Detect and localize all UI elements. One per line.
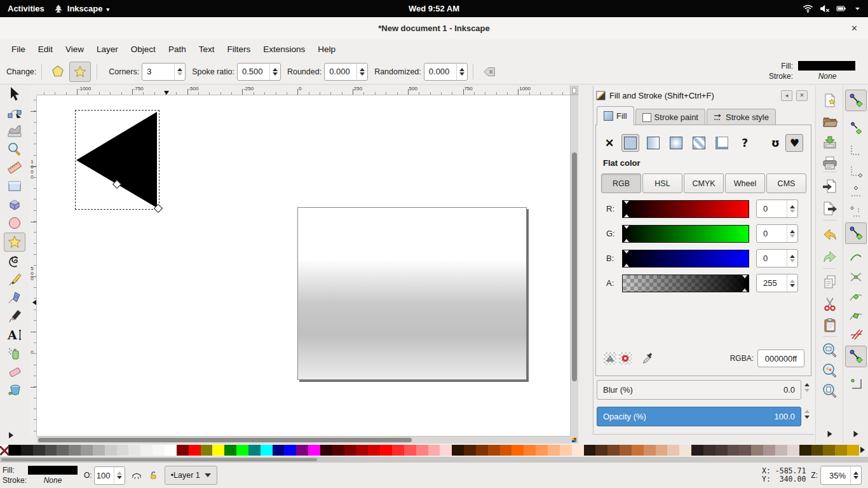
palette-swatch[interactable]: [476, 445, 488, 456]
palette-scrollbar-thumb[interactable]: [1, 458, 317, 461]
palette-swatch[interactable]: [847, 445, 859, 456]
star-tool[interactable]: [4, 233, 25, 252]
spin-down-icon[interactable]: [177, 72, 182, 76]
alpha-spinbox[interactable]: 255: [756, 274, 798, 292]
palette-swatch[interactable]: [440, 445, 452, 456]
fill-rule-evenodd-button[interactable]: ʊ: [766, 134, 784, 152]
spin-down-icon[interactable]: [459, 72, 465, 76]
pencil-tool[interactable]: [4, 271, 25, 288]
spin-down-icon[interactable]: [790, 284, 795, 287]
calligraphy-tool[interactable]: [4, 308, 25, 325]
horizontal-scrollbar[interactable]: [37, 436, 570, 444]
palette-swatch[interactable]: [201, 445, 213, 456]
style-swatch-area[interactable]: Fill: Stroke: None: [3, 466, 78, 485]
palette-swatch[interactable]: [632, 445, 644, 456]
palette-swatch[interactable]: [524, 445, 536, 456]
menu-file[interactable]: File: [5, 41, 32, 57]
palette-swatch[interactable]: [595, 445, 607, 456]
palette-swatch[interactable]: [33, 445, 45, 456]
blue-spinbox[interactable]: 0: [756, 249, 798, 268]
snap-path-intersections-button[interactable]: [846, 268, 865, 287]
palette-swatch[interactable]: [560, 445, 572, 456]
palette-swatch[interactable]: [703, 445, 715, 456]
snap-page-border-button[interactable]: [846, 374, 865, 393]
canvas[interactable]: [37, 95, 570, 436]
open-document-button[interactable]: [820, 112, 839, 131]
snap-bbox-centers-button[interactable]: [846, 182, 865, 201]
green-slider[interactable]: [622, 225, 749, 243]
palette-swatch[interactable]: [835, 445, 847, 456]
palette-swatch[interactable]: [140, 445, 153, 456]
save-document-button[interactable]: [820, 133, 839, 152]
palette-scroll-right-icon[interactable]: [860, 447, 865, 453]
palette-swatch[interactable]: [416, 445, 428, 456]
menu-layer[interactable]: Layer: [90, 41, 125, 57]
spin-up-icon[interactable]: [177, 68, 182, 71]
spin-down-icon[interactable]: [804, 389, 810, 392]
palette-swatch[interactable]: [212, 445, 224, 456]
stroke-value[interactable]: None: [798, 72, 857, 81]
green-spinbox[interactable]: 0: [756, 224, 798, 243]
horizontal-scrollbar-thumb[interactable]: [38, 438, 412, 442]
palette-swatch[interactable]: [667, 445, 679, 456]
reset-defaults-button[interactable]: [481, 64, 498, 80]
layer-lock-icon[interactable]: [148, 470, 158, 480]
palette-swatch[interactable]: [165, 445, 177, 456]
menu-help[interactable]: Help: [311, 41, 342, 57]
spin-up-icon[interactable]: [790, 205, 795, 208]
no-paint-button[interactable]: ✕: [605, 137, 614, 150]
palette-swatch[interactable]: [9, 445, 21, 456]
text-tool[interactable]: A: [4, 326, 25, 344]
palette-swatch[interactable]: [57, 445, 69, 456]
snap-bbox-corners-button[interactable]: [846, 140, 865, 159]
spin-up-icon[interactable]: [804, 410, 810, 413]
spin-up-icon[interactable]: [790, 280, 795, 283]
unknown-paint-button[interactable]: ?: [736, 134, 754, 152]
red-slider[interactable]: [622, 200, 749, 218]
sticky-zoom-button[interactable]: [570, 86, 578, 95]
palette-swatch[interactable]: [763, 445, 775, 456]
randomized-spinbox[interactable]: 0.000: [424, 63, 468, 81]
palette-swatch[interactable]: [536, 445, 548, 456]
zoom-tool[interactable]: [4, 140, 25, 158]
snap-expand-icon[interactable]: [854, 431, 858, 437]
flat-color-button[interactable]: [621, 134, 639, 152]
menu-path[interactable]: Path: [162, 41, 193, 57]
palette-swatch[interactable]: [248, 445, 261, 456]
blur-control[interactable]: Blur (%) 0.0: [597, 380, 801, 400]
palette-swatch[interactable]: [607, 445, 620, 456]
zoom-page-button[interactable]: [820, 381, 839, 400]
tab-stroke-style[interactable]: Stroke style: [707, 109, 776, 125]
palette-scrollbar[interactable]: [0, 457, 868, 463]
palette-swatch[interactable]: [392, 445, 404, 456]
spiral-tool[interactable]: [4, 252, 25, 270]
palette-swatch[interactable]: [512, 445, 524, 456]
ellipse-tool[interactable]: [4, 214, 25, 232]
palette-swatch[interactable]: [464, 445, 476, 456]
corners-spinbox[interactable]: 3: [142, 63, 186, 81]
rectangle-tool[interactable]: [4, 177, 25, 195]
import-button[interactable]: [820, 177, 839, 196]
spin-up-icon[interactable]: [853, 471, 858, 475]
activities-button[interactable]: Activities: [8, 4, 44, 13]
palette-swatch[interactable]: [500, 445, 512, 456]
palette-swatch[interactable]: [332, 445, 344, 456]
toolbox-expand-icon[interactable]: [9, 432, 13, 438]
swatch-button[interactable]: [713, 134, 731, 152]
spin-down-icon[interactable]: [273, 72, 278, 76]
snap-nodes-button[interactable]: [845, 222, 867, 244]
palette-swatch[interactable]: [787, 445, 799, 456]
document-page[interactable]: [297, 207, 527, 380]
color-managed-toggle-icon[interactable]: [604, 352, 616, 365]
palette-swatch[interactable]: [452, 445, 464, 456]
cut-button[interactable]: [820, 295, 839, 314]
node-tool[interactable]: [4, 104, 25, 121]
eyedropper-icon[interactable]: [642, 352, 654, 365]
new-document-button[interactable]: [820, 91, 839, 110]
menu-object[interactable]: Object: [125, 41, 162, 57]
menu-filters[interactable]: Filters: [220, 41, 257, 57]
zoom-spinbox[interactable]: 35%: [820, 466, 862, 485]
measure-tool[interactable]: [4, 159, 25, 177]
palette-swatch[interactable]: [189, 445, 201, 456]
out-of-gamut-icon[interactable]: [619, 352, 632, 365]
